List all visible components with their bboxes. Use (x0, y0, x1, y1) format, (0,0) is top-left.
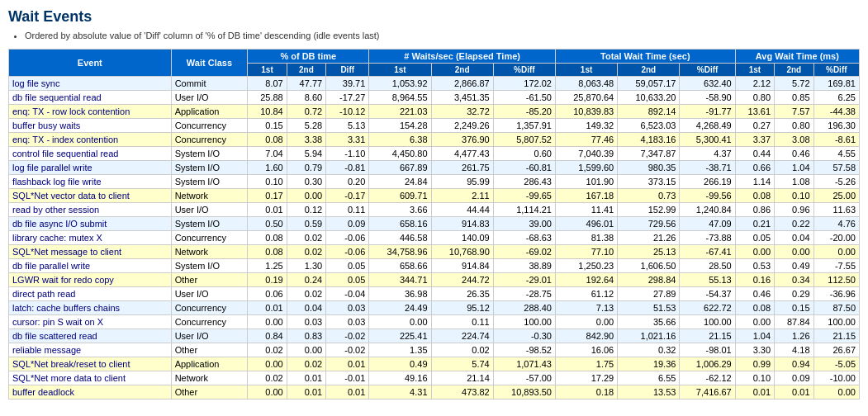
data-cell: 39.00 (493, 217, 555, 231)
data-cell: 4,268.49 (680, 119, 735, 133)
data-cell: 0.01 (287, 371, 325, 385)
data-cell: 0.02 (287, 357, 325, 371)
data-cell: 0.12 (287, 203, 325, 217)
event-name: log file sync (9, 77, 172, 91)
data-cell: 0.10 (248, 175, 287, 189)
data-cell: 344.71 (369, 273, 431, 287)
data-cell: 0.00 (735, 245, 774, 259)
data-cell: 1.30 (287, 259, 325, 273)
table-row: enq: TX - index contentionConcurrency0.0… (9, 133, 860, 147)
event-col-header: Event (9, 50, 172, 77)
subtitle: Ordered by absolute value of 'Diff' colu… (8, 31, 860, 40)
data-cell: 3.31 (326, 133, 369, 147)
wait-class: Application (171, 357, 248, 371)
data-cell: 2,866.87 (431, 77, 493, 91)
data-cell: 100.00 (813, 315, 859, 329)
data-cell: 1,357.91 (493, 119, 555, 133)
wait-class: System I/O (171, 161, 248, 175)
table-row: control file sequential readSystem I/O7.… (9, 147, 860, 161)
awt-diff-header: %Diff (813, 64, 859, 77)
data-cell: 0.60 (493, 147, 555, 161)
data-cell: 10,768.90 (431, 245, 493, 259)
data-cell: 10,633.20 (618, 91, 680, 105)
data-cell: 87.50 (813, 301, 859, 315)
data-cell: 667.89 (369, 161, 431, 175)
data-cell: 0.00 (813, 385, 859, 399)
data-cell: -10.00 (813, 371, 859, 385)
data-cell: 87.84 (775, 315, 813, 329)
data-cell: 5,807.52 (493, 133, 555, 147)
data-cell: 61.12 (555, 287, 617, 301)
data-cell: 0.17 (248, 189, 287, 203)
data-cell: 0.02 (248, 343, 287, 357)
data-cell: 112.50 (813, 273, 859, 287)
data-cell: -0.04 (326, 287, 369, 301)
data-cell: 892.14 (618, 105, 680, 119)
table-row: buffer deadlockOther0.000.010.014.31473.… (9, 385, 860, 399)
data-cell: 0.32 (618, 343, 680, 357)
data-cell: 0.08 (248, 133, 287, 147)
data-cell: 0.00 (287, 189, 325, 203)
avg-wait-time-header: Avg Wait Time (ms) (735, 50, 859, 64)
data-cell: 0.00 (813, 245, 859, 259)
data-cell: 0.18 (555, 385, 617, 399)
data-cell: 3.66 (369, 203, 431, 217)
data-cell: 0.59 (287, 217, 325, 231)
twt-1st-header: 1st (555, 64, 617, 77)
data-cell: 25.88 (248, 91, 287, 105)
data-cell: 6.25 (813, 91, 859, 105)
data-cell: 373.15 (618, 175, 680, 189)
data-cell: 0.02 (287, 231, 325, 245)
data-cell: 44.44 (431, 203, 493, 217)
data-cell: -1.10 (326, 147, 369, 161)
data-cell: 0.80 (775, 119, 813, 133)
data-cell: 1.14 (735, 175, 774, 189)
data-cell: 0.83 (287, 329, 325, 343)
event-name: SQL*Net more data to client (9, 371, 172, 385)
wait-class: Other (171, 343, 248, 357)
data-cell: -44.38 (813, 105, 859, 119)
data-cell: 8,063.48 (555, 77, 617, 91)
data-cell: 5,300.41 (680, 133, 735, 147)
table-row: cursor: pin S wait on XConcurrency0.000.… (9, 315, 860, 329)
data-cell: -85.20 (493, 105, 555, 119)
data-cell: 27.89 (618, 287, 680, 301)
data-cell: -58.90 (680, 91, 735, 105)
data-cell: 21.15 (680, 329, 735, 343)
data-cell: -57.00 (493, 371, 555, 385)
data-cell: 1,053.92 (369, 77, 431, 91)
data-cell: 101.90 (555, 175, 617, 189)
data-cell: 24.84 (369, 175, 431, 189)
data-cell: 0.01 (326, 385, 369, 399)
table-row: db file async I/O submitSystem I/O0.500.… (9, 217, 860, 231)
data-cell: 21.26 (618, 231, 680, 245)
data-cell: 2.12 (735, 77, 774, 91)
data-cell: -99.65 (493, 189, 555, 203)
wait-class: Other (171, 273, 248, 287)
data-cell: 0.00 (287, 343, 325, 357)
data-cell: -36.96 (813, 287, 859, 301)
event-name: direct path read (9, 287, 172, 301)
event-name: buffer deadlock (9, 385, 172, 399)
data-cell: 914.84 (431, 259, 493, 273)
data-cell: 0.09 (326, 217, 369, 231)
wait-events-table: Event Wait Class % of DB time # Waits/se… (8, 49, 860, 399)
data-cell: 7,347.87 (618, 147, 680, 161)
data-cell: 0.04 (775, 231, 813, 245)
data-cell: -0.06 (326, 245, 369, 259)
data-cell: 1,071.43 (493, 357, 555, 371)
data-cell: 10.84 (248, 105, 287, 119)
data-cell: 5.13 (326, 119, 369, 133)
data-cell: -0.30 (493, 329, 555, 343)
data-cell: 473.82 (431, 385, 493, 399)
data-cell: 4.76 (813, 217, 859, 231)
wps-diff-header: %Diff (493, 64, 555, 77)
data-cell: 376.90 (431, 133, 493, 147)
event-name: enq: TX - row lock contention (9, 105, 172, 119)
wps-1st-header: 1st (369, 64, 431, 77)
data-cell: -10.12 (326, 105, 369, 119)
data-cell: 446.58 (369, 231, 431, 245)
data-cell: 0.27 (735, 119, 774, 133)
pct-2nd-header: 2nd (287, 64, 325, 77)
data-cell: 0.34 (775, 273, 813, 287)
